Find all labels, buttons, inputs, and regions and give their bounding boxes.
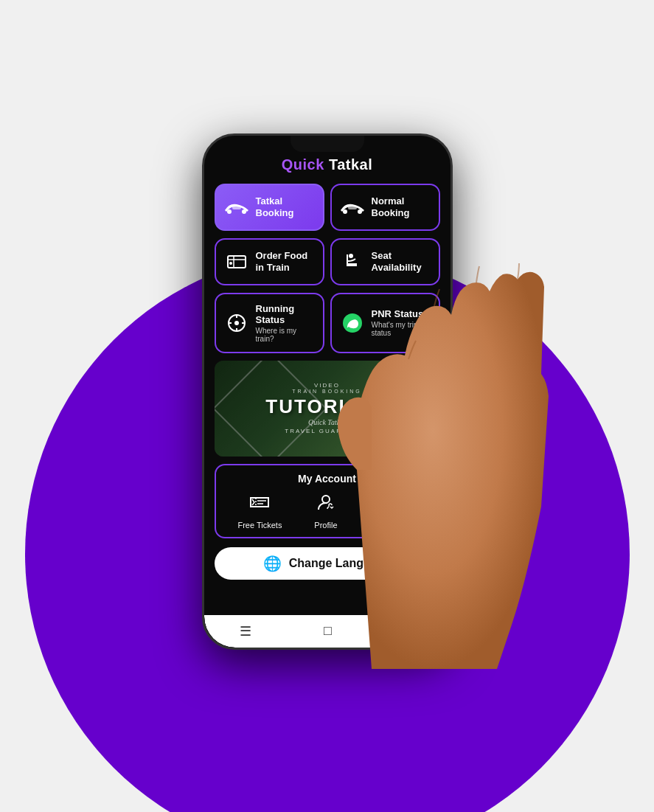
pnr-status-button[interactable]: PNR Status What's my trip status [330, 293, 440, 353]
menu-grid-row1: Tatkal Booking [215, 184, 440, 231]
free-tickets-button[interactable]: Free Tickets [237, 492, 282, 530]
svg-point-21 [322, 496, 330, 503]
food-label: Order Food in Train [256, 250, 308, 273]
video-line1: VIDEO [265, 382, 388, 389]
running-label: Running Status Where is my train? [256, 303, 316, 343]
seat-icon [339, 249, 366, 275]
pnr-icon [339, 310, 366, 336]
tutorials-title: TUTORIALS [265, 395, 388, 418]
phone-frame: Quick Tatkal [202, 133, 453, 650]
profile-button[interactable]: Profile [314, 492, 337, 530]
seat-label: Seat Availability [372, 250, 422, 273]
account-icons-row: Free Tickets [222, 492, 433, 530]
my-bookings-label: My Bookings [370, 521, 417, 530]
video-line2: TRAIN BOOKING [265, 389, 388, 394]
svg-point-4 [358, 209, 362, 214]
profile-label: Profile [314, 521, 337, 530]
tatkal-label: Tatkal Booking [256, 195, 294, 218]
my-account-section: My Account [215, 464, 440, 538]
tatkal-booking-button[interactable]: Tatkal Booking [215, 184, 324, 231]
svg-point-9 [229, 262, 232, 265]
svg-point-10 [349, 254, 353, 258]
running-status-icon [223, 310, 250, 336]
nav-home-icon[interactable]: □ [324, 623, 332, 639]
svg-rect-6 [228, 256, 246, 268]
title-quick: Quick [282, 156, 324, 173]
svg-rect-5 [348, 206, 357, 209]
video-text: VIDEO TRAIN BOOKING TUTORIALS Quick Tatk… [265, 382, 388, 434]
normal-booking-icon [339, 194, 366, 221]
normal-booking-button[interactable]: Normal Booking [330, 184, 440, 231]
menu-grid-row3: Running Status Where is my train? [215, 293, 440, 353]
svg-point-12 [234, 321, 239, 325]
my-bookings-button[interactable]: My Bookings [370, 492, 417, 530]
brand-script: Quick Tatkal [265, 418, 388, 426]
nav-back-icon[interactable]: ◁ [404, 623, 414, 639]
tatkal-icon [223, 194, 250, 221]
nav-menu-icon[interactable]: ☰ [240, 623, 251, 639]
bookings-icon [383, 492, 403, 518]
svg-rect-2 [232, 206, 241, 209]
language-icon: 🌐 [263, 555, 282, 572]
title-tatkal: Tatkal [329, 156, 372, 173]
phone-screen: Quick Tatkal [204, 136, 451, 648]
video-line5: TRAVEL GUARANTEE [265, 428, 388, 434]
change-language-button[interactable]: 🌐 Change Language [215, 547, 440, 580]
nav-bar: ☰ □ ◁ [204, 615, 451, 648]
my-account-title: My Account [222, 473, 433, 485]
food-icon [223, 249, 250, 275]
app-title: Quick Tatkal [215, 156, 440, 173]
video-banner[interactable]: VIDEO TRAIN BOOKING TUTORIALS Quick Tatk… [215, 361, 440, 457]
free-tickets-label: Free Tickets [237, 521, 282, 530]
running-status-button[interactable]: Running Status Where is my train? [215, 293, 324, 353]
pnr-label: PNR Status What's my trip status [372, 308, 431, 337]
order-food-button[interactable]: Order Food in Train [215, 238, 324, 285]
seat-availability-button[interactable]: Seat Availability [330, 238, 440, 285]
svg-point-0 [227, 209, 232, 214]
screen-content: Quick Tatkal [204, 136, 451, 615]
normal-label: Normal Booking [372, 195, 410, 218]
phone-notch [291, 136, 364, 152]
language-label: Change Language [289, 557, 392, 570]
svg-point-3 [343, 209, 347, 214]
menu-grid-row2: Order Food in Train [215, 238, 440, 285]
profile-icon [316, 492, 336, 518]
svg-point-1 [242, 209, 246, 214]
ticket-icon [248, 492, 271, 518]
phone-wrapper: Quick Tatkal [202, 133, 453, 650]
